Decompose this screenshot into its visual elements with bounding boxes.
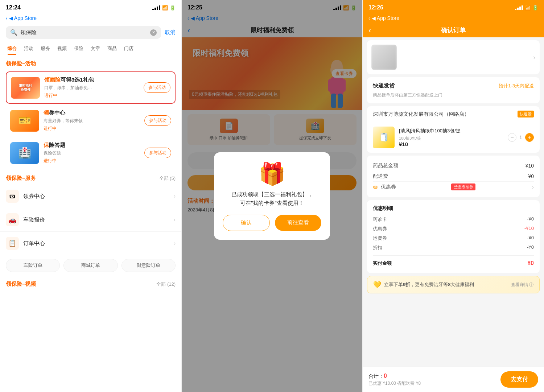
section-video-header: 领保险–视频 全部 (12) (0, 276, 181, 290)
discount-label-3: 运费券 (373, 235, 387, 242)
order-item-img: 🧻 (373, 127, 395, 148)
panel-search: 12:24 📶 🔋 ‹ ◀ App Store 🔍 领保险 ✕ 取消 综合 (0, 0, 181, 392)
discount-row-3: 运费券 -¥0 (373, 234, 534, 243)
back-appstore-btn-3[interactable]: ‹ ◀ App Store (368, 15, 399, 21)
dialog-goto-btn[interactable]: 前往查看 (275, 215, 321, 231)
health-card-banner[interactable]: 💛 立享下单9折，更有免费洁牙等8大健康福利 查看详情 ⓘ (367, 276, 540, 293)
service-icon-2: 🚗 (6, 213, 19, 226)
activity-img-icon-3: 🏥 (18, 147, 31, 159)
seller-name: 深圳市万博源文化发展有限公司（网络店） (373, 111, 515, 117)
voucher-value: 已选抵扣券 (451, 183, 475, 190)
delivery-desc: 药品接单后将由第三方快递配送上门 (373, 92, 442, 98)
order-scroll: › 快递发货 预计1-3天内配送 药品接单后将由第三方快递配送上门 深圳市万博源… (363, 37, 544, 392)
order-nav-title: 确认订单 (441, 26, 466, 34)
section-service-more[interactable]: 全部 (5) (159, 175, 176, 182)
service-icon-1: 🎟 (6, 190, 19, 203)
activity-img-icon-2: 🎫 (18, 115, 31, 127)
order-tab-shop[interactable]: 商城订单 (63, 259, 118, 272)
order-tab-finance[interactable]: 财意险订单 (121, 259, 176, 272)
activity-img-inner-1: 限时福利免费领 (19, 84, 32, 92)
order-tab-car[interactable]: 车险订单 (6, 259, 60, 272)
tab-文章[interactable]: 文章 (87, 42, 104, 55)
service-item-3[interactable]: 📋 订单中心 › (0, 232, 181, 255)
search-input[interactable]: 领保险 (20, 29, 37, 36)
chevron-right-icon-s2: › (174, 216, 176, 223)
activity-card-desc-1: 口罩、纸巾、加油券免… (44, 85, 139, 91)
chevron-left-icon-3: ‹ (368, 15, 370, 21)
section-video-more[interactable]: 全部 (12) (156, 281, 176, 288)
service-label-3: 订单中心 (23, 240, 169, 247)
search-icon-1: 🔍 (10, 29, 17, 36)
activity-card-status-2: 进行中 (44, 125, 140, 132)
dialog-gift-icon: 🎁 (259, 163, 286, 185)
cancel-button[interactable]: 取消 (165, 29, 176, 36)
qty-number: 1 (519, 135, 522, 140)
price-row-voucher[interactable]: 🎟 优惠券 已选抵扣券 › (373, 182, 534, 192)
wifi-icon-1: 📶 (162, 5, 168, 11)
order-total-value: 0 (384, 373, 387, 379)
status-bar-3: 12:26 📶 🔋 (363, 0, 544, 14)
voucher-chevron: › (532, 184, 534, 190)
qty-plus-btn[interactable]: + (525, 133, 534, 142)
activity-card-2[interactable]: 🎫 领券中心 海量好券，等你来领 进行中 参与活动 (6, 105, 176, 136)
activity-card-desc-2: 海量好券，等你来领 (44, 118, 140, 124)
product-img-placeholder (371, 45, 397, 70)
order-nav: ‹ 确认订单 (363, 24, 544, 37)
join-activity-btn-1[interactable]: 参与活动 (144, 82, 170, 93)
order-product-img (371, 45, 397, 70)
voucher-icon: 🎟 (373, 184, 378, 190)
order-discount-info: 已优惠 ¥10.00 省配送费 ¥8 (368, 380, 421, 387)
service-label-2: 车险报价 (23, 216, 169, 223)
chevron-right-icon-s1: › (174, 193, 176, 199)
order-delivery-section: 快递发货 预计1-3天内配送 药品接单后将由第三方快递配送上门 (367, 77, 540, 103)
panel-order: 12:26 📶 🔋 ‹ ◀ App Store ‹ 确认订单 (363, 0, 544, 392)
back-btn-order[interactable]: ‹ (368, 26, 371, 35)
chevron-right-icon-s3: › (174, 240, 176, 247)
health-card-link[interactable]: 查看详情 ⓘ (511, 282, 533, 288)
discount-row-2: 优惠券 -¥10 (373, 224, 534, 234)
tab-保险[interactable]: 保险 (70, 42, 87, 55)
activity-card-img-3: 🏥 (10, 142, 39, 164)
tab-综合[interactable]: 综合 (4, 42, 20, 55)
service-item-1[interactable]: 🎟 领券中心 › (0, 185, 181, 208)
tab-视频[interactable]: 视频 (54, 42, 70, 55)
section-service-header: 领保险–服务 全部 (5) (0, 170, 181, 185)
activity-card-title-3: 保险答题 (44, 142, 140, 149)
activity-card-1[interactable]: 限时福利免费领 领赠险可得3选1礼包 口罩、纸巾、加油券免… 进行中 参与活动 (6, 71, 176, 104)
order-item-info: [清风]清风抽纸巾100抽3包/提 100抽3包/提 ¥10 (399, 128, 503, 147)
order-item-price: ¥10 (399, 141, 503, 147)
appstore-label-1: ◀ App Store (9, 15, 37, 21)
search-input-wrap[interactable]: 🔍 领保险 ✕ (6, 26, 161, 39)
order-seller-section: 深圳市万博源文化发展有限公司（网络店） 快速发 🧻 [清风]清风抽纸巾100抽3… (367, 106, 540, 153)
service-item-2[interactable]: 🚗 车险报价 › (0, 208, 181, 232)
order-product-card[interactable]: › (367, 40, 540, 74)
order-discount-section: 优惠明细 药诊卡 -¥0 优惠券 -¥10 运费券 -¥0 折扣 -¥0 实付金… (367, 200, 540, 273)
dialog-confirm-btn[interactable]: 确认 (223, 215, 270, 231)
tab-服务[interactable]: 服务 (37, 42, 54, 55)
section-activity-title: 领保险–活动 (0, 55, 181, 70)
appstore-nav-1: ‹ ◀ App Store (0, 14, 181, 24)
order-pay-btn[interactable]: 去支付 (500, 371, 538, 388)
order-bottom-bar: 合计：0 已优惠 ¥10.00 省配送费 ¥8 去支付 (363, 367, 544, 392)
back-appstore-btn-1[interactable]: ‹ ◀ App Store (6, 15, 37, 21)
delivery-time: 预计1-3天内配送 (499, 83, 534, 89)
qty-minus-btn[interactable]: − (508, 133, 516, 142)
seller-header: 深圳市万博源文化发展有限公司（网络店） 快速发 (367, 106, 540, 122)
discount-value-4: -¥0 (527, 244, 534, 251)
join-activity-btn-3[interactable]: 参与活动 (144, 148, 171, 158)
delivery-label: 快递发货 (373, 82, 395, 89)
activity-card-title-1: 领赠险可得3选1礼包 (44, 77, 139, 83)
search-clear-btn[interactable]: ✕ (150, 29, 157, 36)
join-activity-btn-2[interactable]: 参与活动 (144, 115, 171, 126)
tab-活动[interactable]: 活动 (20, 42, 37, 55)
status-time-3: 12:26 (368, 4, 383, 11)
tab-门店[interactable]: 门店 (120, 42, 137, 55)
activity-card-3[interactable]: 🏥 保险答题 保险答题 进行中 参与活动 (6, 137, 176, 168)
dialog-box: 🎁 已成功领取【三选一福利礼包】，可在"我的卡券"查看使用！ 确认 前往查看 (214, 152, 330, 240)
signal-icon-1 (152, 5, 160, 10)
product-chevron-icon: › (533, 54, 535, 61)
signal-icon-3 (515, 5, 523, 10)
tab-商品[interactable]: 商品 (104, 42, 120, 55)
price-row-total: 药品总金额 ¥10 (373, 161, 534, 171)
discount-value-2: -¥10 (524, 226, 534, 232)
